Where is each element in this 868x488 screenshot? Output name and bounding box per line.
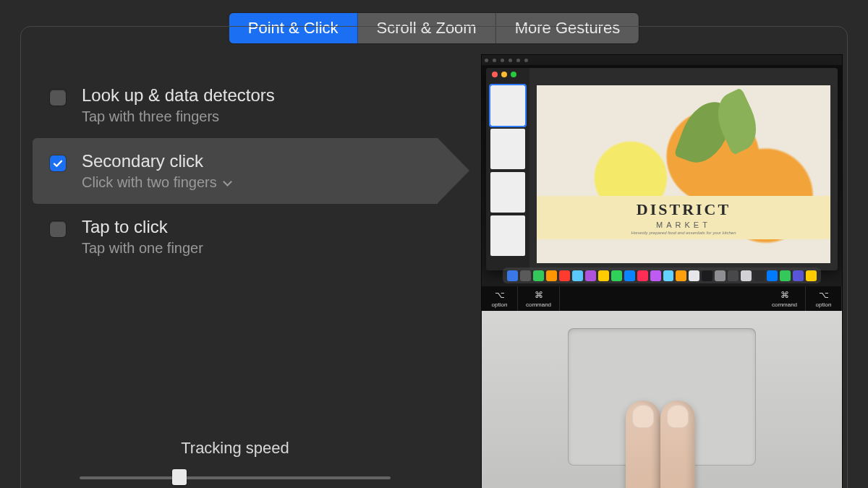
checkbox-secondary-click[interactable] xyxy=(50,155,66,171)
option-look-up[interactable]: Look up & data detectors Tap with three … xyxy=(33,72,438,138)
content-area: Look up & data detectors Tap with three … xyxy=(33,54,835,488)
option-subtitle: Tap with three fingers xyxy=(82,108,275,125)
poster-title: DISTRICT xyxy=(637,200,731,219)
tab-point-click[interactable]: Point & Click xyxy=(229,13,358,43)
preview-canvas: DISTRICT MARKET Honestly prepared food a… xyxy=(537,85,830,263)
option-tap-to-click[interactable]: Tap to click Tap with one finger xyxy=(33,204,438,270)
option-title: Tap to click xyxy=(82,217,203,237)
touchbar-key-option-left: ⌥option xyxy=(482,286,518,311)
window-traffic-lights xyxy=(492,72,516,77)
preview-screen: DISTRICT MARKET Honestly prepared food a… xyxy=(482,55,842,286)
option-text: Secondary click Click with two fingers xyxy=(82,151,231,191)
chevron-down-icon xyxy=(223,177,232,187)
check-icon xyxy=(53,158,63,168)
preview-column: DISTRICT MARKET Honestly prepared food a… xyxy=(438,54,835,488)
option-secondary-click[interactable]: Secondary click Click with two fingers xyxy=(33,138,438,204)
tracking-speed-label: Tracking speed xyxy=(33,439,438,458)
poster-tagline: Honestly prepared food and essentials fo… xyxy=(631,231,736,235)
poster-band: DISTRICT MARKET Honestly prepared food a… xyxy=(537,196,830,239)
preview-sidebar xyxy=(486,68,529,270)
touchbar-key-command-left: ⌘command xyxy=(518,286,560,311)
checkbox-tap-to-click[interactable] xyxy=(50,221,66,237)
finger-icon xyxy=(660,401,695,488)
option-text: Look up & data detectors Tap with three … xyxy=(82,85,275,125)
tab-bar: Point & Click Scroll & Zoom More Gesture… xyxy=(229,13,639,43)
tab-more-gestures[interactable]: More Gestures xyxy=(496,13,639,43)
option-title: Secondary click xyxy=(82,151,231,171)
option-subtitle-dropdown[interactable]: Click with two fingers xyxy=(82,174,231,191)
options-column: Look up & data detectors Tap with three … xyxy=(33,54,438,488)
tracking-speed-slider[interactable] xyxy=(80,468,391,488)
poster-sub: MARKET xyxy=(656,221,711,229)
option-subtitle: Tap with one finger xyxy=(82,240,203,257)
slider-track xyxy=(80,476,391,479)
touchbar-key-option-right: ⌥option xyxy=(806,286,842,311)
checkbox-look-up[interactable] xyxy=(50,90,66,106)
finger-icon xyxy=(626,401,660,488)
option-subtitle: Click with two fingers xyxy=(82,174,217,191)
preview-touchbar: ⌥option ⌘command ⌘command ⌥option xyxy=(482,286,842,311)
tracking-speed-section: Tracking speed xyxy=(33,439,438,488)
preview-app-window: DISTRICT MARKET Honestly prepared food a… xyxy=(486,68,838,270)
tab-scroll-zoom[interactable]: Scroll & Zoom xyxy=(358,13,496,43)
preview-dock xyxy=(503,267,821,283)
preview-fingers xyxy=(618,393,705,488)
option-text: Tap to click Tap with one finger xyxy=(82,217,203,257)
gesture-preview: DISTRICT MARKET Honestly prepared food a… xyxy=(481,54,843,488)
preview-laptop-body xyxy=(482,311,842,488)
touchbar-key-command-right: ⌘command xyxy=(764,286,806,311)
slider-thumb[interactable] xyxy=(172,469,187,485)
option-title: Look up & data detectors xyxy=(82,85,275,106)
preview-menubar xyxy=(482,55,842,65)
